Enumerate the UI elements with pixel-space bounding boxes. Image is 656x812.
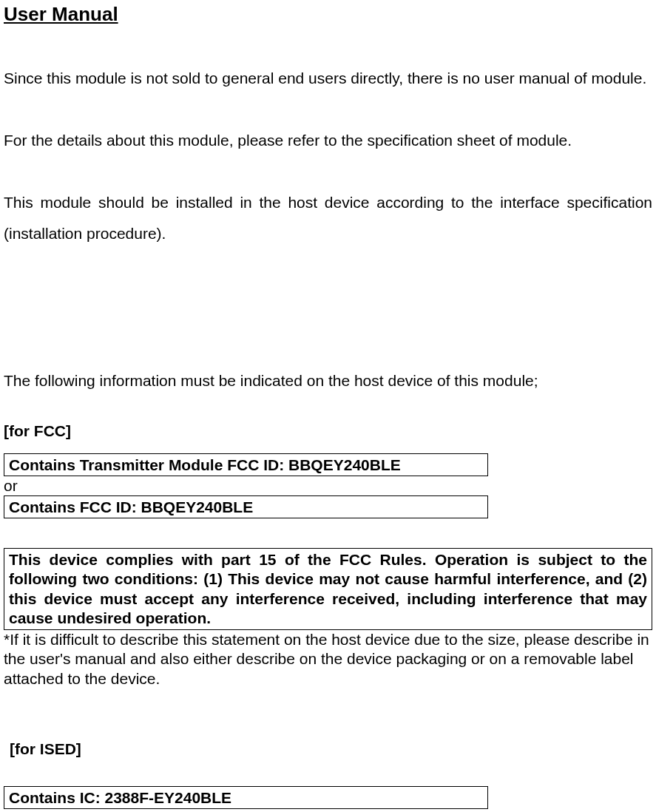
vertical-spacer xyxy=(4,280,652,369)
intro-paragraph-3: This module should be installed in the h… xyxy=(4,187,652,249)
intro-paragraph-1: Since this module is not sold to general… xyxy=(4,63,652,94)
fcc-box-id: Contains FCC ID: BBQEY240BLE xyxy=(4,495,488,518)
fcc-box-transmitter: Contains Transmitter Module FCC ID: BBQE… xyxy=(4,453,488,476)
ised-section-label: [for ISED] xyxy=(10,740,652,758)
fcc-footnote: *If it is difficult to describe this sta… xyxy=(4,630,652,688)
page-title: User Manual xyxy=(4,3,652,26)
fcc-section-label: [for FCC] xyxy=(4,422,652,440)
fcc-compliance-statement: This device complies with part 15 of the… xyxy=(4,548,652,630)
intro-paragraph-2: For the details about this module, pleas… xyxy=(4,125,652,156)
host-device-note: The following information must be indica… xyxy=(4,369,652,393)
ised-box-ic: Contains IC: 2388F-EY240BLE xyxy=(4,786,488,809)
or-text: or xyxy=(4,476,652,495)
